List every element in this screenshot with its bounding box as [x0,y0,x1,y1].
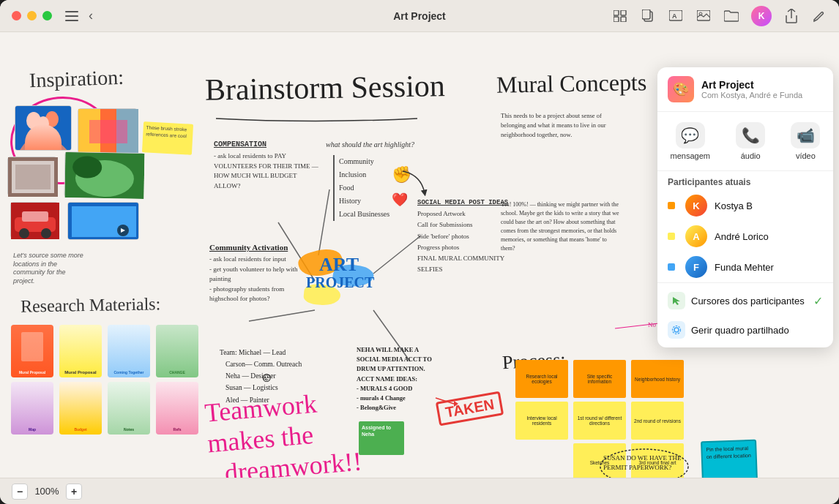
participant-kostya[interactable]: K Kostya B [657,190,833,221]
collab-panel-header: 🎨 Art Project Com Kostya, André e Funda [657,67,833,112]
svg-point-38 [41,228,51,238]
svg-point-37 [19,228,29,238]
photo-people [15,105,72,151]
cursors-option[interactable]: Cursores dos participantes ✓ [657,286,833,315]
doc-item-8: Refs [156,382,198,435]
postit-1st-round: 1st round w/ different directions [573,402,626,440]
svg-rect-31 [15,165,51,189]
research-materials-label: Research Materials: [20,294,161,316]
andre-indicator [668,233,675,240]
message-icon: 💬 [676,122,705,148]
compensation-body: - ask local residents to PAY VOLUNTEERS … [214,151,320,191]
kostya-indicator [668,202,675,209]
zoom-control: − 100% + [12,484,82,500]
audio-icon: 📞 [736,122,765,148]
doc-item-4: CHANGE [156,325,198,377]
zoom-in-button[interactable]: + [66,484,82,500]
svg-point-24 [37,116,49,131]
svg-rect-2 [65,20,78,21]
share-icon[interactable] [783,8,799,24]
cursor-icon [668,292,685,309]
zoom-level-display: 100% [32,486,61,497]
svg-rect-28 [89,120,127,143]
participant-funda[interactable]: F Funda Mehter [657,252,833,282]
participants-header: Participantes atuais [657,171,833,190]
community-activation-block: Community Activation - ask local residen… [209,243,312,304]
doc-item-1: Mural Proposal [11,325,53,377]
svg-rect-6 [621,17,626,22]
community-activation-body: - ask local residents for input- get you… [209,255,312,304]
heart-emoji: ❤️ [392,192,408,208]
svg-rect-39 [22,211,48,222]
collab-audio-button[interactable]: 📞 áudio [727,119,774,163]
community-activation-title: Community Activation [209,243,312,252]
gear-icon [668,321,685,339]
photo-texture [7,157,57,196]
message-label: mensagem [671,151,710,160]
teamwork-text: Teamwork makes thedreamwork!! [204,384,372,478]
text-icon[interactable]: A [668,8,684,24]
doc-item-3: Coming Together [108,325,150,377]
mural-paragraph: This needs to be a project about sense o… [501,111,614,139]
user-avatar[interactable]: K [751,6,772,26]
postit-site-specific: Site specific information [573,360,626,398]
funda-indicator [668,263,675,271]
zoom-out-button[interactable]: − [12,484,28,500]
inspiration-label: Inspiration: [29,66,124,92]
smiley-icon: ☺ [260,370,273,385]
window-title: Art Project [393,10,446,22]
checklist-block: Community Inclusion Food History Local B… [333,155,389,221]
compensation-title: COMPENSATION [214,140,320,148]
photo-video [67,202,139,240]
sidebar-toggle-icon[interactable] [64,8,80,24]
susan-oval [597,447,692,478]
folder-icon[interactable] [723,8,739,24]
video-icon: 📹 [791,122,820,148]
compensation-block: COMPENSATION - ask local residents to PA… [214,140,320,191]
svg-rect-21 [15,106,72,151]
manage-board-option[interactable]: Gerir quadro partilhado [657,315,833,345]
postit-interview: Interview local residents [515,402,568,440]
participant-andre[interactable]: A André Lorico [657,221,833,252]
canvas-area: Inspiration: [0,32,839,478]
back-icon[interactable]: ‹ [83,8,99,24]
svg-rect-3 [614,10,619,15]
svg-rect-0 [65,11,78,12]
titlebar-tools: A K [612,6,827,26]
research-docs-grid: Mural Proposal Mural Proposal Coming Tog… [11,325,200,435]
collab-message-button[interactable]: 💬 mensagem [662,119,719,163]
titlebar-center: Art Project [393,10,446,22]
doc-item-5: Map [11,382,53,435]
grid-view-icon[interactable] [612,8,628,24]
andre-avatar: A [685,225,707,247]
pencil-icon[interactable] [811,8,827,24]
collab-project-subtitle: Com Kostya, André e Funda [701,91,802,99]
titlebar-nav: ‹ [64,8,99,24]
video-label: vídeo [796,151,816,160]
kostya-avatar: K [685,195,707,217]
svg-point-47 [674,328,679,332]
bottom-toolbar: − 100% + [0,478,839,504]
collab-video-button[interactable]: 📹 vídeo [782,119,829,163]
collab-project-avatar: 🎨 [668,76,694,102]
svg-point-46 [600,449,688,478]
image-icon[interactable] [696,8,712,24]
titlebar: ‹ Art Project A K [0,0,839,32]
photo-car [10,202,59,238]
audio-label: áudio [741,151,761,160]
collab-actions-row: 💬 mensagem 📞 áudio 📹 vídeo [657,112,833,171]
doc-item-7: Notes [108,382,150,435]
collab-title-block: Art Project Com Kostya, André e Funda [701,79,802,99]
collab-options: Cursores dos participantes ✓ Gerir quadr… [657,282,833,347]
funda-name: Funda Mehter [715,262,774,273]
kostya-name: Kostya B [715,200,753,211]
svg-line-14 [318,189,329,255]
source-text: Let's source some more locations in the … [13,252,86,286]
copy-icon[interactable] [640,8,656,24]
cursors-checkmark: ✓ [813,294,823,308]
cursors-label: Cursores dos participantes [691,296,805,306]
minimize-button[interactable] [27,11,37,20]
andre-name: André Lorico [715,231,769,242]
close-button[interactable] [12,11,21,20]
maximize-button[interactable] [42,11,52,20]
